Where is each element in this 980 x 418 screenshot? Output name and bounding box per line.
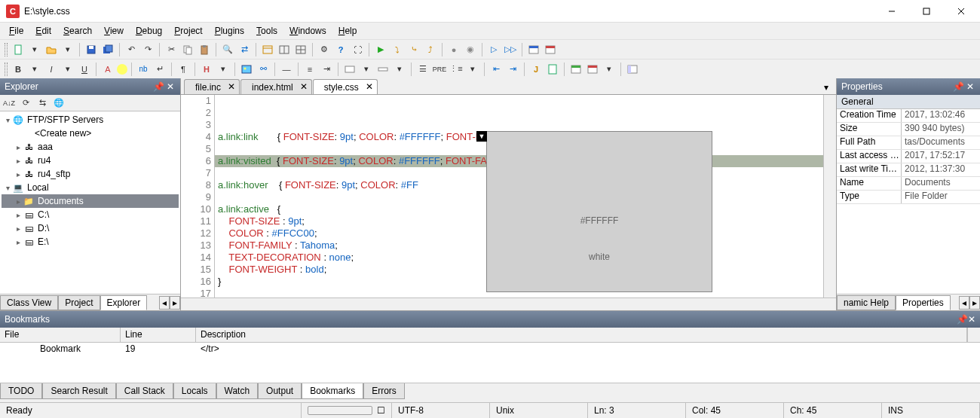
vertical-scrollbar[interactable] — [823, 95, 836, 297]
redo-icon[interactable]: ↷ — [140, 42, 155, 57]
open-folder-icon[interactable] — [44, 42, 59, 57]
pin-icon[interactable]: 📌 — [953, 81, 963, 92]
cut-icon[interactable]: ✂ — [164, 42, 179, 57]
tree-server[interactable]: ▸🖧ru4 — [2, 154, 179, 167]
btab-explorer[interactable]: Explorer — [100, 295, 148, 310]
tree-servers[interactable]: ▾🌐FTP/SFTP Servers — [2, 113, 179, 127]
property-row[interactable]: Last access …2017, 17:52:17 — [837, 150, 980, 163]
code-editor[interactable]: 1234567891011121314151617 a.link:link { … — [181, 95, 836, 297]
help-icon[interactable]: ? — [333, 42, 348, 57]
status-ins[interactable]: INS — [888, 405, 903, 416]
save-icon[interactable] — [84, 42, 99, 57]
underline-button[interactable]: U — [77, 62, 92, 77]
scroll-right-icon[interactable]: ▸ — [969, 296, 980, 310]
tooltab-watch[interactable]: Watch — [216, 383, 259, 399]
tree-server[interactable]: ▸🖧aaa — [2, 140, 179, 154]
paste-icon[interactable] — [197, 42, 212, 57]
globe-icon[interactable]: 🌐 — [51, 96, 66, 111]
property-row[interactable]: Full Pathtas/Documents — [837, 136, 980, 150]
btab-project[interactable]: Project — [58, 295, 100, 310]
dropdown-icon[interactable]: ▾ — [465, 62, 480, 77]
close-button[interactable] — [944, 0, 978, 23]
fullscreen-icon[interactable]: ⛶ — [350, 42, 365, 57]
highlight-icon[interactable] — [117, 64, 127, 75]
menu-project[interactable]: Project — [168, 24, 208, 38]
col-line[interactable]: Line — [121, 328, 196, 342]
col-file[interactable]: File — [0, 328, 121, 342]
tooltab-errors[interactable]: Errors — [363, 383, 405, 399]
form-icon[interactable] — [342, 62, 357, 77]
sync-icon[interactable]: ⇆ — [35, 96, 50, 111]
refresh-icon[interactable]: ⟳ — [18, 96, 33, 111]
input-icon[interactable] — [375, 62, 390, 77]
tree-drive[interactable]: ▸🖴D:\ — [2, 221, 179, 235]
dropdown-arrow-icon[interactable]: ▼ — [476, 131, 487, 142]
nbsp-icon[interactable]: nb — [136, 62, 151, 77]
tree-drive[interactable]: ▸🖴E:\ — [2, 235, 179, 249]
paragraph-icon[interactable]: ¶ — [176, 62, 191, 77]
tree-server[interactable]: ▸🖧ru4_sftp — [2, 167, 179, 181]
tooltab-output[interactable]: Output — [258, 383, 302, 399]
close-icon[interactable]: ✕ — [165, 81, 176, 92]
dropdown-icon[interactable]: ▾ — [27, 42, 42, 57]
tree-drive[interactable]: ▸🖴C:\ — [2, 208, 179, 221]
menu-edit[interactable]: Edit — [29, 24, 57, 38]
script-icon[interactable]: J — [528, 62, 544, 77]
indent-icon[interactable]: ⇥ — [319, 62, 334, 77]
editor-tab[interactable]: style.css✕ — [313, 79, 378, 94]
maximize-button[interactable] — [909, 0, 944, 23]
menu-debug[interactable]: Debug — [130, 24, 168, 38]
preview2-icon[interactable] — [585, 62, 600, 77]
outdent-icon[interactable]: ⇤ — [488, 62, 504, 77]
undo-icon[interactable]: ↶ — [124, 42, 139, 57]
horizontal-scrollbar[interactable] — [181, 297, 836, 310]
run-icon[interactable]: ▶ — [373, 42, 388, 57]
property-row[interactable]: Creation Time2017, 13:02:46 — [837, 109, 980, 123]
find-replace-icon[interactable]: ⇄ — [237, 42, 252, 57]
image-icon[interactable] — [239, 62, 254, 77]
tabs-overflow-icon[interactable]: ▾ — [819, 81, 833, 94]
new-file-icon[interactable] — [11, 42, 26, 57]
close-icon[interactable]: ✕ — [965, 81, 975, 92]
editor-tab[interactable]: index.html✕ — [240, 79, 312, 94]
play-icon[interactable]: ▷ — [486, 42, 501, 57]
dropdown-icon[interactable]: ▾ — [359, 62, 374, 77]
scroll-left-icon[interactable]: ◂ — [159, 296, 170, 310]
tooltab-call-stack[interactable]: Call Stack — [116, 383, 173, 399]
close-tab-icon[interactable]: ✕ — [365, 82, 374, 91]
bookmark-row[interactable]: Bookmark19</tr> — [0, 343, 980, 356]
hr-icon[interactable]: — — [279, 62, 294, 77]
minimize-button[interactable] — [874, 0, 909, 23]
window-icon[interactable] — [526, 42, 541, 57]
editor-tab[interactable]: file.inc✕ — [184, 79, 240, 94]
close-tab-icon[interactable]: ✕ — [299, 82, 308, 91]
step-into-icon[interactable]: ⤷ — [406, 42, 421, 57]
property-row[interactable]: Last write Ti…2012, 11:37:30 — [837, 163, 980, 177]
scroll-left-icon[interactable]: ◂ — [959, 296, 969, 310]
tree-documents[interactable]: ▸📁Documents — [2, 194, 179, 208]
columns-icon[interactable] — [277, 42, 292, 57]
step-over-icon[interactable]: ⤵ — [390, 42, 405, 57]
status-encoding[interactable]: UTF-8 — [398, 405, 424, 416]
menu-view[interactable]: View — [98, 24, 130, 38]
dropdown-icon[interactable]: ▾ — [60, 42, 75, 57]
pin-icon[interactable]: 📌 — [957, 314, 968, 325]
tree-local[interactable]: ▾💻Local — [2, 181, 179, 194]
dropdown-icon[interactable]: ▾ — [392, 62, 407, 77]
find-icon[interactable]: 🔍 — [220, 42, 235, 57]
dropdown-icon[interactable]: ▾ — [27, 62, 42, 77]
settings-icon[interactable]: ⚙ — [317, 42, 332, 57]
sort-az-icon[interactable]: A↓Z — [2, 96, 17, 111]
css-file-icon[interactable] — [545, 62, 560, 77]
toggle-panel-icon[interactable] — [260, 42, 275, 57]
fast-forward-icon[interactable]: ▷▷ — [503, 42, 518, 57]
dropdown-icon[interactable]: ▾ — [60, 62, 75, 77]
close-tab-icon[interactable]: ✕ — [227, 82, 236, 91]
step-out-icon[interactable]: ⤴ — [423, 42, 438, 57]
ol-icon[interactable]: ⋮≡ — [449, 62, 464, 77]
record-icon[interactable]: ● — [446, 42, 461, 57]
preview-icon[interactable] — [568, 62, 583, 77]
close-icon[interactable]: ✕ — [968, 314, 975, 325]
col-desc[interactable]: Description — [196, 328, 967, 342]
property-row[interactable]: TypeFile Folder — [837, 191, 980, 204]
